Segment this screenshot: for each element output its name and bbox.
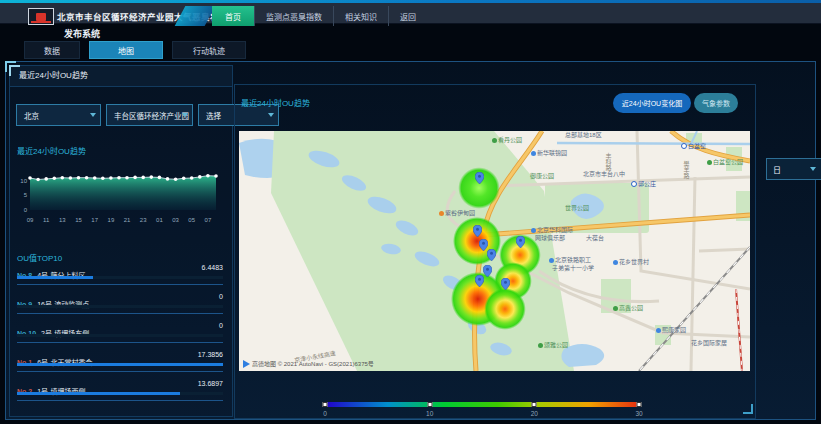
map-canvas[interactable]: 高德地图 © 2021 AutoNavi - GS(2021)6375号 看丹公… [239, 131, 750, 371]
chart-subtitle: 最近24小时OU趋势 [17, 145, 86, 156]
top-list-row-1: No.916号-流动监测点0 [17, 293, 223, 322]
heat-color-scale: 0102030 [325, 402, 639, 418]
svg-text:05: 05 [188, 217, 195, 223]
chevron-down-icon [810, 167, 816, 171]
row-divider [17, 313, 223, 314]
scale-tick-label: 0 [323, 410, 327, 417]
svg-text:07: 07 [205, 217, 212, 223]
map-label-poi: 花乡世界村 [613, 259, 649, 265]
map-label-poi: 北京铁路职工 [549, 257, 591, 263]
poi-icon [549, 258, 554, 263]
map-label-poi: 北京华科国际 [531, 227, 573, 233]
nav-item-1[interactable]: 监测点恶臭指数 [254, 6, 333, 26]
app-logo [28, 8, 54, 25]
map-label-park: 看丹公园 [492, 137, 522, 143]
poi-icon [656, 328, 661, 333]
scale-tick[interactable] [532, 402, 537, 407]
ou-top-list: No.84号-筛分上料区6.4483No.916号-流动监测点0No.102号-… [17, 264, 223, 409]
scale-tick-label: 20 [531, 410, 538, 417]
map-label-road: 樊羊路 [683, 161, 689, 179]
svg-text:21: 21 [124, 217, 131, 223]
selector-value: 丰台区循环经济产业园 [114, 110, 189, 121]
nav-item-2[interactable]: 相关知识 [333, 6, 388, 26]
chevron-down-icon [90, 113, 96, 117]
ou-change-chart-button[interactable]: 近24小时OU变化图 [613, 93, 691, 113]
map-label-park: 颂雅公园 [538, 342, 568, 348]
rank-bar-track [17, 305, 223, 308]
amap-logo-icon [243, 360, 250, 368]
svg-text:15: 15 [75, 217, 82, 223]
svg-text:23: 23 [140, 217, 147, 223]
trend-panel: 最近24小时OU趋势 北京丰台区循环经济产业园选择 最近24小时OU趋势 051… [9, 65, 233, 417]
scale-tick[interactable] [323, 402, 328, 407]
heatmap-blob-orange [484, 288, 526, 330]
map-pin-icon[interactable] [501, 276, 510, 294]
selector-0[interactable]: 北京 [16, 104, 101, 126]
svg-text:11: 11 [43, 217, 50, 223]
ou-value: 17.3856 [198, 351, 223, 358]
scale-tick-label: 10 [426, 410, 433, 417]
svg-text:09: 09 [27, 217, 34, 223]
nav-item-3[interactable]: 返回 [388, 6, 427, 26]
park-icon [492, 138, 497, 143]
scale-tick[interactable] [427, 402, 432, 407]
park-icon [613, 306, 618, 311]
selector-value: 选择 [206, 110, 221, 121]
map-label-poi: 大葆台 [586, 235, 604, 241]
top10-title: OU值TOP10 [17, 252, 62, 263]
tab-0[interactable]: 数据 [24, 41, 80, 59]
top-list-row-2: No.102号-填埋场东侧0 [17, 322, 223, 351]
map-label-poi: 熙康家园 [656, 327, 686, 333]
map-label-poi: 网球俱乐部 [535, 235, 565, 241]
corner-accent [743, 404, 753, 414]
heat-gradient-bar [325, 402, 639, 407]
ou-trend-chart: 0510091113151719212301030507 [12, 158, 226, 238]
subway-station-icon [631, 181, 637, 187]
map-label-park: 白盆窑公园 [707, 159, 743, 165]
svg-text:10: 10 [20, 178, 27, 184]
title-bar: 北京市丰台区循环经济产业园大气恶臭状况实时 首页监测点恶臭指数相关知识返回 [0, 3, 821, 24]
tab-1[interactable]: 地图 [89, 41, 163, 59]
map-panel: 最近24小时OU趋势 近24小时OU变化图 气象参数 [234, 84, 756, 419]
top-nav: 首页监测点恶臭指数相关知识返回 [212, 6, 427, 26]
svg-text:01: 01 [156, 217, 163, 223]
header-slash-decoration [175, 6, 216, 26]
ou-value: 6.4483 [202, 264, 223, 271]
map-label-park: 御康公园 [530, 173, 554, 179]
poi-icon [531, 151, 536, 156]
park-icon [538, 343, 543, 348]
map-label-poi: 紫谷伊甸园 [439, 210, 475, 216]
nav-item-0[interactable]: 首页 [212, 6, 254, 26]
tab-2[interactable]: 行动轨迹 [172, 41, 246, 59]
rank-bar [17, 392, 180, 395]
map-pin-icon[interactable] [483, 263, 492, 281]
map-label-road: 丰科路 [605, 153, 611, 171]
logo-glyph-icon [36, 13, 46, 21]
selector-value: 北京 [24, 110, 39, 121]
period-select[interactable]: 日 [766, 158, 821, 180]
subway-station-icon [681, 143, 687, 149]
poi-icon [439, 211, 444, 216]
trend-panel-title: 最近24小时OU趋势 [10, 66, 232, 87]
period-value: 日 [773, 164, 781, 175]
weather-params-button[interactable]: 气象参数 [694, 93, 738, 113]
top-list-row-0: No.84号-筛分上料区6.4483 [17, 264, 223, 293]
map-pin-icon[interactable] [516, 234, 525, 252]
map-panel-title: 最近24小时OU趋势 [241, 97, 310, 108]
selector-1[interactable]: 丰台区循环经济产业园 [106, 104, 193, 126]
svg-text:0: 0 [24, 207, 28, 213]
ou-value: 0 [219, 322, 223, 329]
rank-bar-track [17, 392, 223, 395]
svg-text:5: 5 [24, 192, 28, 198]
map-label-park: 世界公园 [565, 205, 589, 211]
scale-tick[interactable] [637, 402, 642, 407]
rank-bar-track [17, 363, 223, 366]
map-pin-icon[interactable] [475, 273, 484, 291]
ou-value: 0 [219, 293, 223, 300]
row-divider [17, 400, 223, 401]
park-icon [707, 160, 712, 165]
chevron-down-icon [182, 113, 188, 117]
svg-text:03: 03 [172, 217, 179, 223]
rank-bar [17, 276, 93, 279]
map-pin-icon[interactable] [475, 170, 484, 188]
